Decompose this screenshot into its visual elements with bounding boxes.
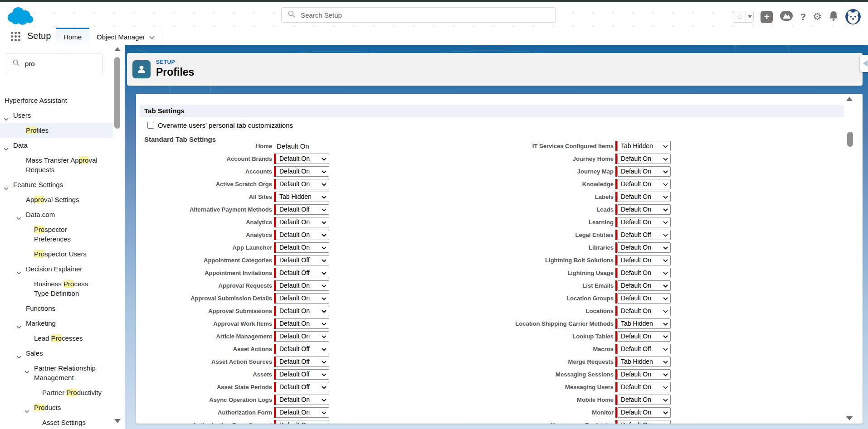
sidebar-item[interactable]: Lead Processes	[0, 331, 114, 346]
sidebar-item[interactable]: Decision Explainer	[0, 261, 114, 276]
trailhead-icon[interactable]	[780, 10, 793, 24]
sidebar-item[interactable]: Marketing	[0, 316, 114, 331]
gear-icon[interactable]: ⚙	[813, 12, 822, 22]
chevron-down-icon[interactable]	[16, 213, 21, 222]
tab-visibility-select[interactable]: Default On	[276, 318, 329, 329]
tab-visibility-select[interactable]: Default On	[617, 204, 671, 215]
tab-visibility-select[interactable]: Default On	[617, 395, 671, 405]
sidebar-item[interactable]: Hyperforce Assistant	[0, 93, 114, 108]
sidebar-scrollbar-thumb[interactable]	[114, 57, 120, 129]
tab-visibility-select[interactable]: Default On	[276, 331, 329, 342]
tab-visibility-select[interactable]: Default On	[276, 230, 329, 240]
quick-find-input[interactable]	[25, 60, 93, 67]
tab-visibility-select[interactable]: Default On	[617, 280, 671, 291]
scroll-up-arrow[interactable]	[114, 47, 121, 51]
tab-visibility-select[interactable]: Default On	[617, 420, 671, 424]
sidebar-item[interactable]: Data.com	[0, 207, 114, 222]
chevron-down-icon[interactable]	[4, 114, 9, 123]
tab-visibility-select[interactable]: Default Off	[276, 344, 329, 354]
sidebar-item[interactable]: Approval Settings	[0, 192, 114, 207]
tab-visibility-select[interactable]: Tab Hidden	[617, 357, 671, 367]
tab-visibility-select[interactable]: Default On	[617, 154, 671, 164]
tab-visibility-select[interactable]: Default Off	[276, 369, 329, 380]
tab-visibility-select[interactable]: Default Off	[617, 344, 671, 354]
tab-visibility-select[interactable]: Default On	[276, 166, 329, 177]
tab-visibility-select[interactable]: Default On	[276, 179, 329, 189]
favorites-combo[interactable]: ☆	[733, 11, 754, 23]
tab-visibility-select[interactable]: Default On	[276, 217, 329, 227]
tab-object-manager[interactable]: Object Manager	[89, 28, 162, 45]
chevron-down-icon[interactable]	[16, 352, 21, 361]
help-icon[interactable]: ?	[800, 11, 806, 22]
scroll-down-arrow[interactable]	[846, 416, 853, 420]
tab-visibility-select[interactable]: Default On	[617, 255, 671, 265]
chevron-down-icon[interactable]	[16, 322, 21, 331]
sidebar-item[interactable]: Asset Settings	[0, 415, 114, 429]
tab-visibility-select[interactable]: Default On	[276, 407, 329, 418]
tab-visibility-select[interactable]: Default Off	[276, 268, 329, 278]
tab-visibility-select[interactable]: Default On	[276, 280, 329, 291]
tab-visibility-select[interactable]: Default On	[617, 179, 671, 189]
sidebar-item[interactable]: Feature Settings	[0, 177, 114, 192]
tab-visibility-select[interactable]: Default Off	[276, 204, 329, 215]
chevron-down-icon[interactable]	[4, 183, 9, 193]
sidebar-item[interactable]: Profiles	[0, 123, 114, 138]
tab-visibility-select[interactable]: Default On	[617, 192, 671, 202]
tab-visibility-select[interactable]: Default On	[617, 166, 671, 177]
tab-home[interactable]: Home	[56, 28, 89, 45]
chevron-down-icon[interactable]	[24, 406, 29, 415]
favorites-star-icon[interactable]: ☆	[733, 11, 746, 23]
sidebar-item[interactable]: Prospector Preferences	[0, 222, 114, 246]
content-scrollbar-thumb[interactable]	[847, 132, 853, 147]
chevron-down-icon[interactable]	[4, 144, 9, 153]
tab-visibility-select[interactable]: Default On	[617, 242, 671, 253]
user-avatar[interactable]	[845, 9, 861, 24]
sidebar-item[interactable]: Functions	[0, 301, 114, 316]
tab-visibility-select[interactable]: Default Off	[617, 230, 671, 240]
sidebar-item[interactable]: Products	[0, 400, 114, 415]
collapse-panel-button[interactable]	[860, 55, 868, 72]
tab-setting-row: Account BrandsDefault On	[136, 152, 336, 165]
overwrite-checkbox[interactable]	[147, 122, 154, 129]
sidebar-item[interactable]: Data	[0, 138, 114, 153]
salesforce-logo-icon[interactable]	[5, 6, 34, 27]
tab-visibility-select[interactable]: Default On	[617, 306, 671, 316]
sidebar-item[interactable]: Sales	[0, 346, 114, 361]
tab-visibility-select[interactable]: Tab Hidden	[617, 141, 671, 151]
tab-visibility-select[interactable]: Default Off	[276, 357, 329, 367]
favorites-dropdown-icon[interactable]	[746, 11, 753, 23]
add-icon[interactable]: +	[761, 11, 773, 23]
tab-visibility-select[interactable]: Default On	[617, 217, 671, 227]
sidebar-item[interactable]: Business Process Type Definition	[0, 276, 114, 301]
sidebar-item[interactable]: Prospector Users	[0, 246, 114, 261]
sidebar-item[interactable]: Partner Relationship Management	[0, 361, 114, 385]
notifications-bell-icon[interactable]	[829, 10, 839, 23]
tab-visibility-select[interactable]: Default On	[276, 293, 329, 304]
global-search[interactable]	[281, 7, 556, 23]
sidebar-item[interactable]: Mass Transfer Approval Requests	[0, 153, 114, 177]
tab-visibility-select[interactable]: Default On	[276, 420, 329, 424]
tab-visibility-select[interactable]: Default Off	[276, 382, 329, 392]
sidebar-quick-find[interactable]	[6, 53, 102, 74]
tab-visibility-select[interactable]: Default On	[276, 395, 329, 405]
tab-visibility-select[interactable]: Tab Hidden	[617, 318, 671, 329]
tab-visibility-select[interactable]: Default Off	[276, 255, 329, 265]
tab-visibility-select[interactable]: Default On	[617, 369, 671, 380]
tab-visibility-select[interactable]: Default On	[276, 242, 329, 253]
sidebar-item[interactable]: Partner Productivity	[0, 385, 114, 400]
tab-visibility-select[interactable]: Default On	[276, 154, 329, 164]
chevron-down-icon[interactable]	[16, 267, 21, 277]
tab-visibility-select[interactable]: Tab Hidden	[276, 192, 329, 202]
tab-visibility-select[interactable]: Default On	[617, 293, 671, 304]
scroll-up-arrow[interactable]	[846, 97, 853, 101]
chevron-down-icon[interactable]	[24, 366, 29, 376]
tab-visibility-select[interactable]: Default On	[617, 268, 671, 278]
scroll-down-arrow[interactable]	[114, 419, 121, 423]
tab-visibility-select[interactable]: Default On	[276, 306, 329, 316]
global-search-input[interactable]	[301, 11, 527, 19]
tab-visibility-select[interactable]: Default On	[617, 382, 671, 392]
app-launcher-waffle-icon[interactable]	[11, 32, 20, 41]
tab-visibility-select[interactable]: Default On	[617, 331, 671, 342]
sidebar-item[interactable]: Users	[0, 108, 114, 123]
tab-visibility-select[interactable]: Default On	[617, 407, 671, 418]
